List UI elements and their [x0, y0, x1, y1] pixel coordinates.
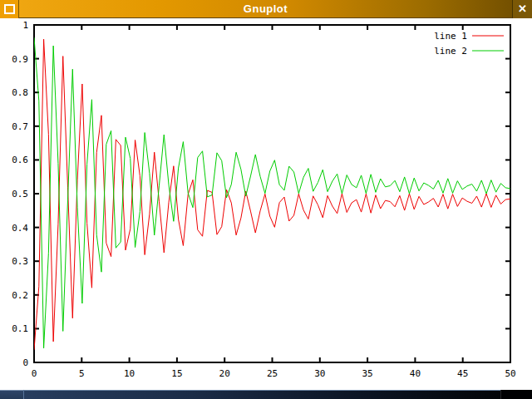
y-tick-label: 1: [22, 20, 28, 31]
titlebar[interactable]: Gnuplot ✕: [0, 0, 532, 18]
close-icon: ✕: [518, 2, 527, 15]
taskbar-tray: [500, 390, 532, 399]
plot-canvas: 0510152025303540455000.10.20.30.40.50.60…: [0, 18, 532, 390]
y-tick-label: 0: [22, 357, 28, 368]
y-tick-label: 0.3: [12, 256, 28, 267]
x-tick-label: 20: [219, 368, 230, 379]
y-tick-label: 0.7: [12, 121, 28, 132]
taskbar: [0, 390, 532, 399]
taskbar-window-area[interactable]: [24, 390, 500, 399]
legend-label-1: line 1: [434, 31, 467, 42]
x-tick-label: 5: [79, 368, 85, 379]
y-tick-label: 0.6: [12, 155, 28, 165]
y-tick-label: 0.4: [12, 223, 28, 234]
plot-border: [34, 25, 510, 362]
window-menu-button[interactable]: [0, 0, 19, 18]
y-tick-label: 0.1: [12, 323, 28, 334]
x-tick-label: 30: [314, 368, 325, 379]
x-tick-label: 0: [32, 368, 37, 379]
x-tick-label: 50: [505, 368, 515, 379]
gnuplot-window: { "window": { "title": "Gnuplot", "close…: [0, 0, 532, 399]
x-tick-label: 45: [457, 368, 468, 379]
x-tick-label: 25: [267, 368, 278, 379]
legend-label-2: line 2: [434, 46, 467, 57]
y-tick-label: 0.5: [12, 189, 28, 200]
x-tick-label: 10: [124, 368, 135, 379]
window-title: Gnuplot: [19, 0, 512, 18]
y-tick-label: 0.9: [12, 54, 28, 65]
y-tick-label: 0.2: [12, 290, 28, 301]
close-button[interactable]: ✕: [512, 0, 532, 18]
y-tick-label: 0.8: [12, 87, 28, 98]
x-tick-label: 40: [410, 368, 421, 379]
plot-svg: 0510152025303540455000.10.20.30.40.50.60…: [0, 18, 532, 390]
series-line-2: [34, 37, 510, 348]
window-menu-icon: [4, 4, 15, 14]
series-line-1: [34, 39, 510, 350]
x-tick-label: 35: [362, 368, 372, 379]
taskbar-menu-segment[interactable]: [0, 390, 24, 399]
x-tick-label: 15: [171, 368, 182, 379]
